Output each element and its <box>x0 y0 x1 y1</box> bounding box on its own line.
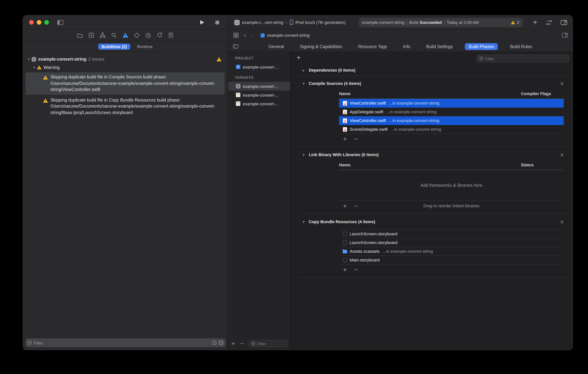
stop-button[interactable] <box>215 20 219 24</box>
editor-options-icon[interactable] <box>562 33 568 38</box>
tab-build-phases[interactable]: Build Phases <box>465 43 498 50</box>
tab-runtime[interactable]: Runtime <box>137 44 153 49</box>
section-dependencies[interactable]: ▸ Dependencies (0 items) <box>291 65 572 75</box>
add-target-icon[interactable]: + <box>231 341 235 346</box>
chevron-down-icon[interactable]: ▾ <box>303 152 309 157</box>
tab-build-settings[interactable]: Build Settings <box>422 43 457 50</box>
breakpoint-navigator-icon[interactable] <box>157 32 163 38</box>
section-copy-bundle[interactable]: ▾ Copy Bundle Resources (4 items) × <box>291 216 572 227</box>
section-link-binary[interactable]: ▾ Link Binary With Libraries (0 items) × <box>291 149 572 160</box>
run-button[interactable] <box>200 20 205 25</box>
status-project: example-convert-string <box>362 20 404 25</box>
activity-status[interactable]: example-convert-string | Build Succeeded… <box>359 18 523 27</box>
table-row[interactable]: Main.storyboard <box>339 256 564 265</box>
storyboard-file-icon <box>343 231 347 236</box>
zoom-button[interactable] <box>44 20 49 25</box>
build-phases-content: + Filter ▸ Dependencies (0 items) <box>291 52 572 350</box>
go-back-icon[interactable]: ‹ <box>244 32 246 38</box>
link-binary-table: Name Status Add frameworks & libraries h… <box>339 160 564 211</box>
project-navigator-icon[interactable] <box>77 32 83 38</box>
related-items-icon[interactable] <box>233 32 239 38</box>
add-file-icon[interactable]: + <box>343 136 347 141</box>
sidebar-toggle-icon[interactable] <box>57 20 63 25</box>
column-name: Name <box>339 91 350 96</box>
remove-file-icon[interactable]: − <box>354 136 358 141</box>
project-sidebar-toggle-icon[interactable] <box>233 44 238 49</box>
remove-phase-icon[interactable]: × <box>560 219 564 224</box>
target-item-uitests[interactable]: example-convert-... <box>228 99 290 108</box>
issue-tree: ▾ example-convert-string 2 issues ▾ Warn… <box>23 52 228 350</box>
tree-row-project[interactable]: ▾ example-convert-string 2 issues <box>23 55 228 63</box>
library-plus-icon[interactable]: + <box>533 19 538 25</box>
section-compile-sources[interactable]: ▾ Compile Sources (4 items) × <box>291 78 572 89</box>
chevron-down-icon[interactable]: ▾ <box>303 81 309 85</box>
tab-info[interactable]: Info <box>399 43 414 50</box>
issue-item-copy-bundle[interactable]: Skipping duplicate build file in Copy Bu… <box>25 95 225 118</box>
warning-icon <box>43 98 48 116</box>
device-icon <box>290 20 293 25</box>
project-file-icon <box>260 33 265 38</box>
issue-item-compile-sources[interactable]: Skipping duplicate build file in Compile… <box>25 72 225 95</box>
editor-layout-icon[interactable] <box>561 20 567 25</box>
table-row[interactable]: ViewController.swift ...in example-conve… <box>339 99 564 108</box>
chevron-down-icon[interactable]: ▾ <box>303 220 309 224</box>
table-row[interactable]: LaunchScreen.storyboard <box>339 229 564 238</box>
project-item[interactable]: example-convert-... <box>228 63 290 71</box>
section-divider <box>298 277 569 278</box>
scheme-name: example-c...vert-string <box>242 20 284 25</box>
table-header: Name Compiler Flags <box>339 89 564 99</box>
tab-buildtime[interactable]: Buildtime (2) <box>98 43 130 49</box>
go-forward-icon[interactable]: › <box>251 32 253 38</box>
file-name: Assets.xcassets <box>350 249 380 254</box>
column-compiler-flags: Compiler Flags <box>521 91 551 96</box>
add-build-phase-icon[interactable]: + <box>296 55 301 61</box>
file-location: ...in example-convert-string <box>386 109 436 114</box>
chevron-down-icon[interactable]: ▾ <box>26 57 32 61</box>
project-header: PROJECT <box>228 53 290 63</box>
report-navigator-icon[interactable] <box>168 32 174 38</box>
tab-resource-tags[interactable]: Resource Tags <box>354 43 391 50</box>
symbol-navigator-icon[interactable] <box>100 32 106 38</box>
debug-navigator-icon[interactable] <box>145 32 151 38</box>
run-destination-selector[interactable]: iPod touch (7th generation) <box>290 20 346 25</box>
chevron-right-icon[interactable]: ▸ <box>303 68 309 72</box>
warning-count-badge[interactable]: 2 <box>511 20 519 25</box>
tab-build-rules[interactable]: Build Rules <box>506 43 536 50</box>
issue-text: Skipping duplicate build file in Copy Bu… <box>50 97 222 116</box>
tab-general[interactable]: General <box>265 43 288 50</box>
target-item-app[interactable]: example-convert-... <box>228 82 290 91</box>
jumpbar-file[interactable]: example-convert-string <box>260 33 310 38</box>
targets-filter-input[interactable]: Filter <box>249 340 288 347</box>
table-row[interactable]: AppDelegate.swift ...in example-convert-… <box>339 108 564 116</box>
tab-signing-capabilities[interactable]: Signing & Capabilities <box>296 43 346 50</box>
remove-phase-icon[interactable]: × <box>560 81 564 86</box>
issue-navigator-icon-active[interactable] <box>122 32 128 38</box>
column-name: Name <box>339 162 350 167</box>
section-divider <box>298 214 569 214</box>
close-button[interactable] <box>29 20 34 25</box>
remove-phase-icon[interactable]: × <box>560 152 564 157</box>
table-row[interactable]: Assets.xcassets ...in example-convert-st… <box>339 247 564 256</box>
remove-target-icon[interactable]: − <box>240 341 244 346</box>
target-item-tests[interactable]: example-convert-... <box>228 91 290 99</box>
clear-filter-icon[interactable] <box>219 340 223 345</box>
test-navigator-icon[interactable] <box>134 32 140 38</box>
tree-row-warning-group[interactable]: ▾ Warning <box>23 63 228 72</box>
recent-issues-clock-icon[interactable] <box>212 340 217 345</box>
phases-filter-input[interactable]: Filter <box>477 54 569 63</box>
find-navigator-icon[interactable] <box>111 32 117 38</box>
remove-resource-icon[interactable]: − <box>354 267 358 272</box>
navigator-tab-bar <box>23 30 228 41</box>
minimize-button[interactable] <box>37 20 41 25</box>
chevron-down-icon[interactable]: ▾ <box>32 65 37 69</box>
table-row[interactable]: LaunchScreen.storyboard <box>339 238 564 247</box>
add-resource-icon[interactable]: + <box>343 267 347 272</box>
status-build-prefix: Build <box>409 20 419 25</box>
source-control-navigator-icon[interactable] <box>88 32 94 38</box>
file-name: Main.storyboard <box>350 258 380 262</box>
scheme-selector[interactable]: example-c...vert-string <box>234 20 284 25</box>
table-row[interactable]: ViewController.swift ...in example-conve… <box>339 116 564 125</box>
navigator-filter-input[interactable]: Filter <box>25 338 225 347</box>
swap-editors-icon[interactable] <box>546 20 552 25</box>
table-row[interactable]: SceneDelegate.swift ...in example-conver… <box>339 125 564 134</box>
